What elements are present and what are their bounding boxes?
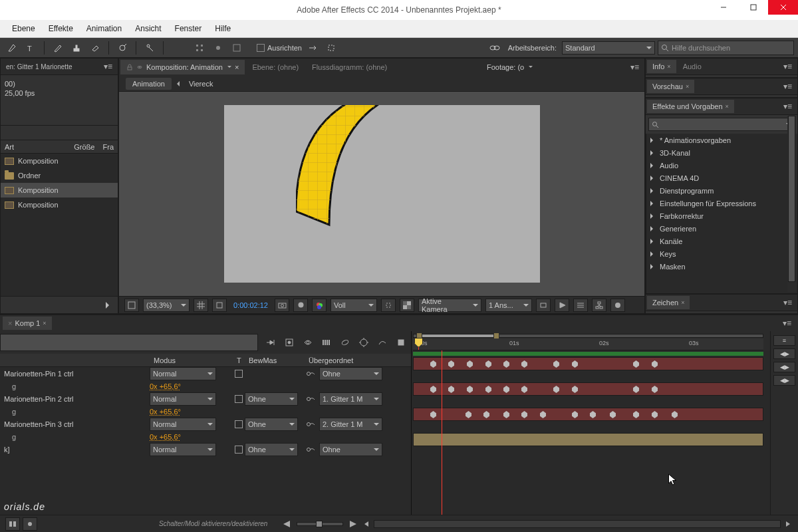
track-area[interactable] [412, 350, 770, 515]
effects-list[interactable]: * Animationsvorgaben3D-KanalAudioCINEMA … [646, 134, 797, 293]
dropdown[interactable]: Normal [150, 367, 216, 380]
link-icon[interactable] [487, 41, 503, 55]
tl-tool-3-icon[interactable] [299, 334, 317, 351]
keyframe[interactable] [652, 386, 658, 393]
effects-category[interactable]: Keys [646, 247, 797, 260]
effects-category[interactable]: Farbkorrektur [646, 209, 797, 222]
dropdown[interactable]: Normal [150, 418, 216, 431]
effects-category[interactable]: Audio [646, 159, 797, 172]
toggle-switches-icon[interactable] [5, 517, 20, 531]
layer-row[interactable]: Marionetten-Pin 3 ctrl Normal Ohne 2. Gi… [0, 418, 411, 431]
comp-viewer[interactable] [119, 92, 644, 296]
tab-effects-presets[interactable]: Effekte und Vorgaben× [647, 100, 734, 113]
roto-brush-icon[interactable] [114, 41, 130, 55]
panel-menu-icon[interactable]: ▾≡ [779, 82, 796, 91]
pickwhip-icon[interactable] [305, 394, 317, 404]
workarea-bar[interactable] [413, 334, 763, 338]
puppet-pin-icon[interactable] [142, 41, 158, 55]
pickwhip-icon[interactable] [305, 368, 317, 379]
keyframe[interactable] [610, 411, 616, 418]
keyframe[interactable] [652, 360, 658, 368]
snap-checkbox[interactable]: Ausrichten [257, 44, 302, 52]
keyframe[interactable] [485, 360, 491, 368]
menu-ansicht[interactable]: Ansicht [128, 21, 168, 36]
maximize-button[interactable] [738, 0, 768, 15]
effects-search[interactable] [648, 118, 795, 131]
breadcrumb-item[interactable]: Animation [126, 78, 172, 90]
project-row[interactable]: Komposition [1, 154, 118, 168]
tl-tool-1-icon[interactable] [262, 334, 279, 351]
rotation-value[interactable]: 0x +65,6° [150, 382, 181, 390]
menu-fenster[interactable]: Fenster [168, 21, 209, 36]
effects-category[interactable]: Kanäle [646, 235, 797, 247]
dropdown[interactable]: Ohne [319, 443, 382, 456]
property-row[interactable]: g0x +65,6° [0, 380, 411, 392]
clone-stamp-icon[interactable] [68, 41, 84, 55]
channel-icon[interactable] [293, 299, 308, 312]
panel-menu-icon[interactable]: ▾≡ [779, 62, 796, 71]
grid-icon[interactable] [194, 299, 208, 312]
text-tool-icon[interactable]: T [23, 41, 39, 55]
tl-tool-6-icon[interactable] [355, 334, 372, 351]
fast-preview-icon[interactable] [555, 299, 569, 312]
menu-effekte[interactable]: Effekte [42, 21, 80, 36]
snap-opt-2-icon[interactable] [323, 41, 339, 55]
keyframe[interactable] [503, 411, 509, 418]
property-row[interactable]: g0x +65,6° [0, 406, 411, 418]
tool-opt-2-icon[interactable] [210, 41, 226, 55]
tl-tool-5-icon[interactable] [336, 334, 354, 351]
close-button[interactable] [768, 0, 798, 15]
keyframe[interactable] [633, 360, 639, 368]
tl-tool-2-icon[interactable] [281, 334, 298, 351]
layer-track[interactable] [413, 357, 763, 370]
views-dropdown[interactable]: 1 Ans... [485, 299, 532, 312]
project-row[interactable]: Komposition [1, 198, 118, 212]
pickwhip-icon[interactable] [305, 444, 317, 455]
tl-tool-8-icon[interactable] [392, 334, 410, 351]
dropdown[interactable]: Normal [150, 443, 216, 456]
panel-menu-icon[interactable]: ▾≡ [779, 102, 796, 111]
project-list[interactable]: KompositionOrdnerKompositionKomposition [1, 154, 118, 296]
tab-info[interactable]: Info× [647, 60, 676, 73]
project-row[interactable]: Ordner [1, 168, 118, 183]
effects-category[interactable]: Dienstprogramm [646, 184, 797, 197]
time-ruler[interactable]: 0s01s02s03s [413, 338, 763, 350]
keyframe[interactable] [521, 386, 527, 393]
tab-composition[interactable]: Komposition: Animation× [120, 60, 245, 74]
mask-icon[interactable] [212, 299, 227, 312]
pen-tool-icon[interactable] [4, 41, 20, 55]
keyframe[interactable] [633, 411, 639, 418]
keyframe[interactable] [466, 411, 471, 418]
dropdown[interactable]: 2. Gitter 1 M [319, 418, 382, 431]
dropdown[interactable]: Ohne [245, 443, 298, 456]
keyframe[interactable] [652, 411, 658, 418]
snap-opt-1-icon[interactable] [305, 41, 321, 55]
tab-vorschau[interactable]: Vorschau× [647, 80, 694, 93]
tab-flussdiagramm[interactable]: Flussdiagramm: (ohne) [306, 60, 393, 74]
effects-category[interactable]: * Animationsvorgaben [646, 134, 797, 146]
menu-hilfe[interactable]: Hilfe [208, 21, 237, 36]
keyframe[interactable] [448, 386, 454, 393]
dropdown[interactable]: Ohne [245, 418, 298, 431]
keyframe[interactable] [572, 360, 578, 368]
pickwhip-icon[interactable] [305, 419, 317, 430]
timeline-track-area[interactable]: 0s01s02s03s [412, 331, 770, 515]
tab-footage[interactable]: Footage: (o [481, 60, 539, 74]
keyframe[interactable] [430, 360, 436, 368]
keyframe[interactable] [467, 386, 473, 393]
preserve-transparency[interactable] [233, 370, 245, 378]
zoom-dropdown[interactable]: (33,3%) [143, 299, 190, 312]
menu-animation[interactable]: Animation [80, 21, 128, 36]
camera-dropdown[interactable]: Aktive Kamera [418, 299, 481, 312]
rotation-value[interactable]: 0x +65,6° [150, 408, 181, 416]
transparency-grid-icon[interactable] [400, 299, 414, 312]
zoom-slider[interactable] [297, 522, 343, 526]
resolution-dropdown[interactable]: Voll [331, 299, 377, 312]
layer-track[interactable] [413, 408, 763, 421]
tool-opt-1-icon[interactable] [192, 41, 207, 55]
pixel-aspect-icon[interactable] [536, 299, 551, 312]
zoom-out-icon[interactable] [283, 521, 293, 527]
keyframe[interactable] [485, 386, 491, 393]
rotation-value[interactable]: 0x +65,6° [150, 433, 181, 441]
keyframe[interactable] [572, 386, 578, 393]
